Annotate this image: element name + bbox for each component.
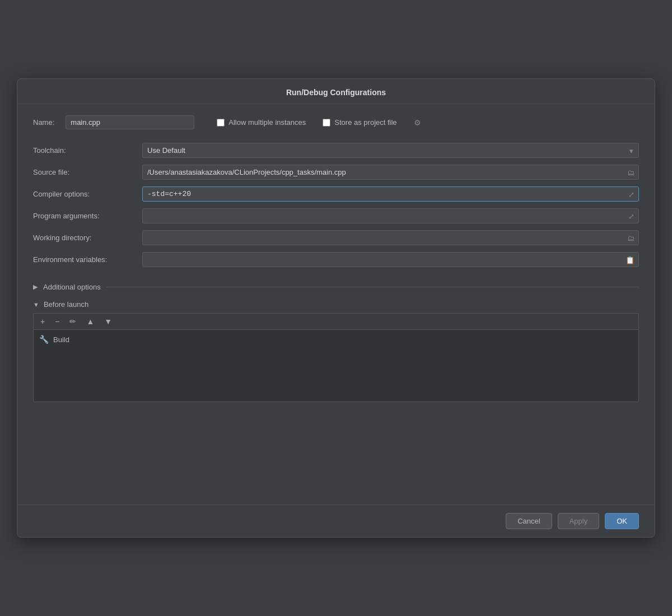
compiler-options-input[interactable] (142, 186, 639, 202)
allow-multiple-instances-label: Allow multiple instances (228, 118, 306, 127)
allow-multiple-instances-input[interactable] (217, 119, 225, 127)
store-as-project-file-checkbox[interactable]: Store as project file (323, 118, 396, 127)
build-item-label: Build (53, 335, 69, 344)
toolchain-label: Toolchain: (33, 146, 142, 155)
expand-icon-2[interactable]: ⤢ (628, 212, 634, 220)
list-item[interactable]: 🔧 Build (34, 332, 638, 347)
folder-icon-2[interactable]: 🗂 (627, 234, 634, 242)
toolchain-select[interactable]: Use Default (142, 143, 639, 158)
apply-button[interactable]: Apply (558, 513, 600, 529)
form-rows: Toolchain: Use Default Source file: 🗂 Co… (33, 143, 639, 267)
additional-options-divider-line (106, 287, 639, 287)
name-label: Name: (33, 118, 54, 127)
store-as-project-file-input[interactable] (323, 119, 330, 127)
remove-button[interactable]: − (53, 316, 62, 326)
build-icon: 🔧 (39, 335, 49, 344)
toolchain-row: Toolchain: Use Default (33, 143, 639, 158)
program-arguments-row: Program arguments: ⤢ (33, 208, 639, 223)
environment-variables-field: 📋 (142, 252, 639, 267)
program-arguments-label: Program arguments: (33, 212, 142, 220)
before-launch-header: ▼ Before launch (33, 300, 639, 309)
compiler-options-field: ⤢ (142, 186, 639, 202)
store-as-project-file-label: Store as project file (334, 118, 396, 127)
working-directory-row: Working directory: 🗂 (33, 230, 639, 245)
environment-variables-input[interactable] (142, 252, 639, 267)
compiler-options-row: Compiler options: ⤢ (33, 186, 639, 202)
run-debug-dialog: Run/Debug Configurations Name: Allow mul… (17, 78, 655, 538)
working-directory-field: 🗂 (142, 230, 639, 245)
top-row: Name: Allow multiple instances Store as … (33, 115, 639, 129)
add-button[interactable]: + (38, 316, 47, 326)
before-launch-toggle[interactable]: ▼ (33, 301, 39, 308)
edit-button[interactable]: ✏ (67, 316, 78, 326)
before-launch-list: 🔧 Build (33, 329, 639, 402)
before-launch-label: Before launch (44, 300, 88, 309)
expand-icon[interactable]: ⤢ (628, 190, 634, 198)
source-file-label: Source file: (33, 168, 142, 176)
environment-variables-row: Environment variables: 📋 (33, 252, 639, 267)
source-file-row: Source file: 🗂 (33, 165, 639, 180)
dialog-title: Run/Debug Configurations (17, 79, 655, 104)
env-vars-icon[interactable]: 📋 (626, 255, 634, 264)
environment-variables-label: Environment variables: (33, 255, 142, 264)
additional-options-label: Additional options (43, 283, 101, 291)
additional-options-section[interactable]: ▶ Additional options (33, 283, 639, 291)
toolchain-select-wrapper: Use Default (142, 143, 639, 158)
dialog-footer: Cancel Apply OK (17, 505, 655, 537)
program-arguments-input[interactable] (142, 208, 639, 223)
cancel-button[interactable]: Cancel (506, 513, 552, 529)
move-down-button[interactable]: ▼ (102, 316, 114, 326)
source-file-field: 🗂 (142, 165, 639, 180)
working-directory-label: Working directory: (33, 234, 142, 242)
before-launch-section: ▼ Before launch + − ✏ ▲ ▼ 🔧 Build (33, 300, 639, 402)
checkbox-group: Allow multiple instances Store as projec… (217, 118, 421, 127)
working-directory-input[interactable] (142, 230, 639, 245)
move-up-button[interactable]: ▲ (84, 316, 96, 326)
folder-icon[interactable]: 🗂 (627, 168, 634, 176)
program-arguments-field: ⤢ (142, 208, 639, 223)
gear-icon[interactable]: ⚙ (414, 118, 421, 127)
ok-button[interactable]: OK (605, 513, 639, 529)
source-file-input[interactable] (142, 165, 639, 180)
allow-multiple-instances-checkbox[interactable]: Allow multiple instances (217, 118, 306, 127)
before-launch-toolbar: + − ✏ ▲ ▼ (33, 313, 639, 329)
additional-options-toggle: ▶ (33, 283, 38, 291)
name-input[interactable] (66, 115, 194, 129)
dialog-body: Name: Allow multiple instances Store as … (17, 104, 655, 505)
compiler-options-label: Compiler options: (33, 190, 142, 198)
